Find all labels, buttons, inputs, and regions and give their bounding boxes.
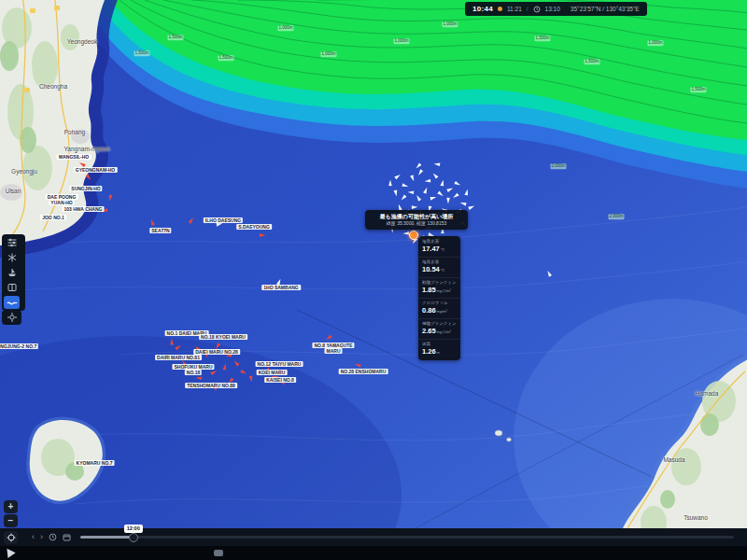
tooltip-title: 最も漁獲の可能性が高い場所 [367, 213, 466, 220]
cursor-coordinates: 35°23'57"N / 130°43'35"E [571, 6, 640, 12]
clock-icon [533, 6, 541, 13]
bottom-strip [0, 546, 747, 560]
time-slider[interactable]: 12:00 [80, 536, 734, 539]
current-time: 10:44 [472, 5, 493, 13]
timeline-clock-icon[interactable] [49, 533, 57, 541]
time-slider-fill [80, 536, 134, 539]
zoom-out-button[interactable]: − [4, 514, 18, 527]
chart-book-button[interactable] [4, 281, 20, 294]
road-shield [54, 6, 60, 10]
locate-button[interactable] [4, 531, 18, 544]
wind-layer-button[interactable] [4, 251, 20, 264]
book-icon [7, 282, 18, 293]
wind-icon [7, 252, 18, 263]
map-attribution-logo[interactable] [214, 550, 223, 556]
panel-row-phytoplankton: 植物プランクトン 2.65mg C/m³ [418, 319, 460, 340]
settings-button[interactable] [2, 310, 21, 325]
layer-toolbar [2, 234, 25, 311]
timeline-next-button[interactable]: › [40, 533, 43, 541]
sun-icon [498, 7, 502, 11]
gear-icon [7, 312, 18, 323]
panel-row-chlorophyll: クロロフィル 0.86mg/m³ [418, 299, 460, 319]
calendar-icon[interactable] [63, 533, 71, 541]
clock-time: 13:10 [545, 6, 560, 12]
sliders-layer-button[interactable] [4, 236, 20, 249]
timeline-prev-button[interactable]: ‹ [32, 533, 35, 541]
fishing-map-app: 1,500m1,500m1,500m1,000m1,000m1,000m1,00… [0, 0, 747, 560]
fishing-chart-icon [7, 297, 18, 308]
best-catch-spot-marker[interactable] [409, 231, 418, 240]
ocean-map-canvas[interactable] [0, 0, 747, 560]
time-slider-handle[interactable] [129, 533, 138, 542]
sun-time: 11:21 [507, 6, 522, 12]
best-catch-tooltip: 最も漁獲の可能性が高い場所 緯度 35.3000, 経度 130.8153 [365, 210, 468, 230]
sliders-icon [7, 237, 18, 248]
tooltip-coordinates: 緯度 35.3000, 経度 130.8153 [367, 220, 466, 227]
time-coords-bar: 10:44 11:21 / 13:10 35°23'57"N / 130°43'… [465, 2, 647, 16]
time-slider-tooltip: 12:00 [124, 525, 143, 533]
boat-icon [7, 267, 18, 278]
timeline-bar: ‹ › 12:00 [0, 528, 747, 546]
panel-row-bottom-temp: 海底水温 10.54℃ [418, 258, 460, 278]
ocean-data-panel: 海面水温 17.47℃ 海底水温 10.54℃ 動物プランクトン 1.85mg … [418, 236, 460, 360]
vessel-layer-button[interactable] [4, 266, 20, 279]
zoom-in-button[interactable]: + [4, 500, 18, 513]
fishing-forecast-button[interactable] [4, 296, 20, 309]
road-shield [24, 88, 30, 92]
panel-row-zooplankton: 動物プランクトン 1.85mg C/m³ [418, 278, 460, 299]
road-shield [30, 8, 35, 13]
land-korea [0, 0, 105, 245]
panel-row-sst: 海面水温 17.47℃ [418, 237, 460, 258]
panel-row-wave-height: 波高 1.26m [418, 340, 460, 359]
target-icon [7, 533, 16, 542]
